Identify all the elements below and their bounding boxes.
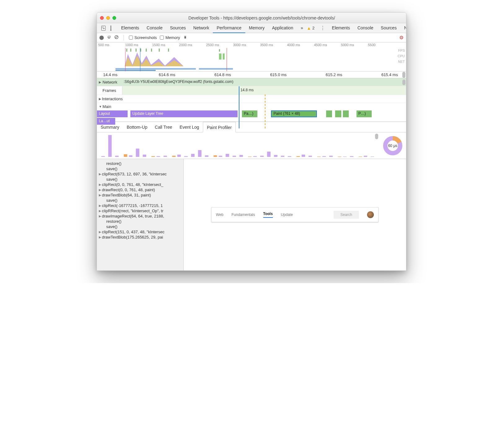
overview-tick: 2500 ms [205, 43, 232, 47]
overview-tick: 4000 ms [286, 43, 313, 47]
panel-tab-memory[interactable]: Memory [245, 23, 269, 33]
panel-tab-sources[interactable]: Sources [377, 23, 400, 33]
panel-tab-elements[interactable]: Elements [328, 23, 354, 33]
svg-rect-12 [168, 49, 169, 52]
paint-command[interactable]: ▶drawRect(0, 0, 761, 48, paint) [97, 187, 183, 192]
overview-tick: 3000 ms [232, 43, 259, 47]
svg-rect-26 [143, 155, 146, 157]
paint-command[interactable]: ▶clipRect(-16777215, -16777215, 1 [97, 203, 183, 208]
nav-item-fundamentals[interactable]: Fundamentals [231, 213, 255, 217]
svg-rect-50 [308, 156, 312, 157]
paint-preview[interactable]: Web Fundamentals Tools Update Search [184, 159, 406, 270]
flame-event[interactable]: Paint (761 × 48) [271, 110, 317, 117]
paint-command[interactable]: save() [97, 177, 183, 182]
panel-tab-console[interactable]: Console [354, 23, 377, 33]
close-icon[interactable] [100, 16, 104, 20]
svg-rect-31 [177, 155, 181, 157]
flame-event[interactable]: Layout [97, 110, 128, 117]
memory-checkbox[interactable]: Memory [160, 35, 180, 40]
nav-item-updates[interactable]: Update [281, 213, 293, 217]
paint-command-list[interactable]: restore()save()▶clipRect(673, 12, 697, 3… [97, 159, 184, 270]
ruler-tick: 615.0 ms [270, 72, 286, 77]
nav-item-tools[interactable]: Tools [263, 212, 273, 218]
scrollbar-thumb[interactable] [402, 80, 405, 85]
panel-tab-elements[interactable]: Elements [117, 23, 143, 33]
preview-navbar: Web Fundamentals Tools Update Search [211, 207, 378, 222]
screenshots-label: Screenshots [134, 35, 157, 40]
reload-record-button[interactable] [107, 35, 111, 40]
zoom-icon[interactable] [112, 16, 116, 20]
kebab-menu-icon[interactable]: ⋮ [317, 25, 328, 31]
paint-command[interactable]: ▶clipRect(151, 0, 437, 48, "kIntersec [97, 229, 183, 235]
more-panels[interactable]: » [297, 23, 307, 33]
paint-command[interactable]: ▶clipRect(673, 12, 697, 36, "kIntersec [97, 171, 183, 177]
svg-rect-29 [164, 156, 167, 157]
panel-tab-sources[interactable]: Sources [166, 23, 190, 33]
warning-count: 2 [312, 26, 314, 30]
svg-rect-53 [329, 156, 333, 157]
svg-rect-35 [205, 155, 208, 157]
paint-command[interactable]: save() [97, 166, 183, 171]
record-button[interactable] [99, 36, 104, 40]
flame-event[interactable] [326, 110, 332, 117]
scrollbar-thumb[interactable] [375, 134, 378, 139]
flame-event[interactable]: Update Layer Tree [130, 110, 237, 117]
panel-tab-network[interactable]: Network [400, 23, 406, 33]
paint-profiler-chart[interactable]: 60 μs [97, 132, 406, 159]
playhead-line [239, 94, 239, 128]
flame-event[interactable]: Pa…) [242, 110, 257, 117]
svg-rect-58 [364, 156, 367, 157]
paint-command[interactable]: restore() [97, 219, 183, 224]
flame-event[interactable]: P…) [356, 110, 372, 117]
flame-tracks[interactable]: ▶Network :S6g4U3t-Y5UEw0lE80llgEseQY3FEm… [97, 78, 406, 122]
warnings-badge[interactable]: ▲ 2 [307, 26, 314, 31]
svg-rect-42 [253, 156, 257, 157]
panel-tab-console[interactable]: Console [143, 23, 166, 33]
svg-rect-47 [288, 156, 291, 157]
flame-event[interactable]: La…ut [97, 118, 115, 125]
divider [124, 35, 124, 41]
memory-input[interactable] [160, 36, 164, 40]
paint-command[interactable]: ▶drawImageRect(64, 64, true, 2188, [97, 213, 183, 219]
paint-command[interactable]: save() [97, 224, 183, 229]
timeline-overview[interactable]: 500 ms1000 ms1500 ms2000 ms2500 ms3000 m… [97, 42, 406, 71]
paint-command[interactable]: restore() [97, 161, 183, 166]
minimize-icon[interactable] [106, 16, 110, 20]
panel-tab-network[interactable]: Network [190, 23, 213, 33]
screenshots-checkbox[interactable]: Screenshots [129, 35, 157, 40]
network-track[interactable]: ▶Network :S6g4U3t-Y5UEw0lE80llgEseQY3FEm… [97, 78, 406, 86]
settings-icon[interactable]: ⚙ [399, 35, 404, 41]
flame-event[interactable] [343, 110, 349, 117]
panel-tab-application[interactable]: Application [268, 23, 297, 33]
svg-rect-37 [219, 156, 222, 157]
panel-tab-performance[interactable]: Performance [213, 23, 245, 33]
paint-command[interactable]: save() [97, 198, 183, 203]
nav-search[interactable]: Search [334, 211, 359, 219]
paint-command[interactable]: ▶drawTextBlob(64, 31, paint) [97, 192, 183, 198]
interactions-track[interactable]: ▶Interactions [97, 95, 406, 103]
svg-rect-56 [350, 156, 353, 157]
nav-item-web[interactable]: Web [216, 213, 223, 217]
gc-button[interactable] [183, 35, 187, 40]
frame-divider [239, 86, 239, 95]
devtools-window: Developer Tools - https://developers.goo… [97, 12, 406, 271]
flame-event[interactable] [335, 110, 341, 117]
flame-ruler[interactable]: 14.4 ms614.6 ms614.8 ms615.0 ms615.2 ms6… [97, 71, 406, 78]
svg-rect-3 [219, 54, 221, 60]
device-toggle-icon[interactable] [111, 25, 111, 31]
svg-rect-5 [126, 49, 127, 52]
paint-bar-chart[interactable] [97, 132, 379, 159]
svg-rect-20 [101, 156, 105, 157]
paint-command[interactable]: ▶clipRRect(rrect, "kIntersect_Op", tr [97, 208, 183, 213]
scrollbar-thumb[interactable] [402, 72, 405, 78]
inspect-icon[interactable] [101, 26, 106, 31]
clear-button[interactable] [114, 35, 119, 40]
svg-rect-14 [116, 68, 196, 70]
paint-command[interactable]: ▶clipRect(0, 0, 761, 48, "kIntersect_ [97, 182, 183, 187]
paint-command[interactable]: ▶drawTextBlob(175.265625, 29, pai [97, 235, 183, 240]
svg-rect-6 [130, 49, 131, 52]
main-track[interactable]: ▼Main LayoutUpdate Layer TreePa…)Paint (… [97, 103, 406, 122]
frames-track[interactable]: Frames 14.8 ms [97, 86, 406, 95]
avatar[interactable] [367, 211, 374, 218]
screenshots-input[interactable] [129, 36, 133, 40]
